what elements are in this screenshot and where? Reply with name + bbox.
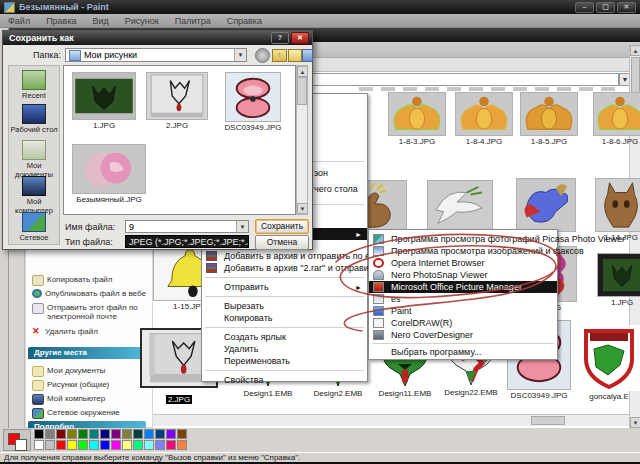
palette-color[interactable]	[166, 429, 176, 439]
context-menu-create-shortcut[interactable]: Создать ярлык	[202, 331, 367, 343]
palette-color[interactable]	[155, 429, 165, 439]
file-thumbnail[interactable]: 1-8-6.JPG	[591, 92, 640, 146]
open-with-nero-photosnap[interactable]: Nero PhotoSnap Viewer	[369, 269, 557, 281]
menu-edit[interactable]: Правка	[38, 16, 84, 26]
context-menu-rar-email[interactable]: Добавить в архив и отправить по e-mail..…	[202, 250, 367, 262]
palette-color[interactable]	[122, 429, 132, 439]
palette-color[interactable]	[177, 440, 187, 450]
up-folder-icon[interactable]: ↑	[272, 49, 287, 62]
dialog-list-scrollbar[interactable]: ▲ ▼	[296, 65, 308, 215]
palette-color[interactable]	[67, 429, 77, 439]
palette-color[interactable]	[56, 429, 66, 439]
place-my-documents[interactable]: Мои документы	[32, 366, 150, 377]
save-button[interactable]: Сохранить	[255, 219, 309, 234]
minimize-button[interactable]: –	[575, 2, 594, 13]
views-icon[interactable]	[302, 49, 313, 62]
file-thumbnail[interactable]: goncalya.E	[576, 325, 640, 401]
palette-color[interactable]	[56, 440, 66, 450]
context-menu-rename[interactable]: Переименовать	[202, 355, 367, 367]
context-menu-send-to[interactable]: Отправить ►	[202, 281, 367, 293]
close-button[interactable]: ✕	[617, 2, 636, 13]
place-network[interactable]: Сетевое окружение	[32, 408, 150, 419]
file-thumbnail[interactable]: 1-8-4.JPG	[453, 92, 515, 146]
menu-help[interactable]: Справка	[219, 16, 270, 26]
place-recent[interactable]: Recent	[9, 70, 59, 100]
task-delete-file[interactable]: ✕ Удалить файл	[32, 327, 150, 336]
palette-color[interactable]	[111, 429, 121, 439]
scroll-down-icon[interactable]: ▼	[630, 417, 640, 428]
task-email-file[interactable]: Отправить этот файл по электронной почте	[32, 303, 150, 321]
dropdown-arrow-icon[interactable]: ▼	[234, 49, 246, 61]
dialog-file-thumbnail[interactable]: 2.JPG	[144, 72, 210, 130]
place-my-computer[interactable]: Мой компьютер	[32, 394, 150, 405]
palette-color[interactable]	[122, 440, 132, 450]
palette-color[interactable]	[34, 440, 44, 450]
palette-color[interactable]	[177, 429, 187, 439]
task-copy-file[interactable]: Копировать файл	[32, 275, 150, 286]
scrollbar-thumb[interactable]	[297, 77, 307, 105]
cancel-button[interactable]: Отмена	[255, 235, 309, 250]
open-with-opera[interactable]: Opera Internet Browser	[369, 257, 557, 269]
place-shared-pictures[interactable]: Рисунки (общие)	[32, 380, 150, 391]
back-icon[interactable]	[255, 48, 270, 63]
dropdown-arrow-icon[interactable]: ▼	[236, 221, 248, 232]
paint-titlebar[interactable]: Безымянный - Paint – ▢ ✕	[0, 0, 640, 14]
dialog-titlebar[interactable]: Сохранить как ? ✕	[3, 31, 312, 45]
open-with-es[interactable]: es	[369, 293, 557, 305]
file-thumbnail[interactable]	[425, 180, 495, 233]
open-with-coreldraw[interactable]: CorelDRAW(R)	[369, 317, 557, 329]
dialog-close-button[interactable]: ✕	[291, 32, 309, 44]
hscrollbar-thumb[interactable]	[531, 416, 565, 425]
context-menu-item-fragment[interactable]: чего стола	[314, 184, 358, 194]
maximize-button[interactable]: ▢	[596, 2, 615, 13]
task-publish-web[interactable]: Опубликовать файл в вебе	[32, 289, 150, 298]
file-thumbnail[interactable]: 1-8-3.JPG	[386, 92, 448, 146]
palette-color[interactable]	[78, 429, 88, 439]
open-with-paint[interactable]: Paint	[369, 305, 557, 317]
menu-file[interactable]: Файл	[0, 16, 38, 26]
context-menu-rar2-email[interactable]: Добавить в архив "2.rar" и отправить по …	[202, 262, 367, 274]
filetype-combobox[interactable]: JPEG (*.JPG;*.JPEG;*.JPE;*.JFIF) ▼	[125, 235, 249, 248]
palette-color[interactable]	[89, 429, 99, 439]
palette-color[interactable]	[78, 440, 88, 450]
filename-input[interactable]: 9 ▼	[125, 220, 249, 233]
open-with-ms-picture-manager[interactable]: Microsoft Office Picture Manager	[369, 281, 557, 293]
menu-image[interactable]: Рисунок	[117, 16, 167, 26]
palette-color[interactable]	[144, 429, 154, 439]
dialog-file-thumbnail[interactable]: 1.JPG	[70, 72, 138, 130]
palette-color[interactable]	[166, 440, 176, 450]
open-with-fax-viewer[interactable]: Программа просмотра изображений и факсов	[369, 245, 557, 257]
place-my-documents[interactable]: Мои документы	[9, 140, 59, 179]
menu-view[interactable]: Вид	[85, 16, 117, 26]
context-menu-copy[interactable]: Копировать	[202, 312, 367, 324]
palette-color[interactable]	[133, 440, 143, 450]
context-menu-cut[interactable]: Вырезать	[202, 300, 367, 312]
palette-color[interactable]	[67, 440, 77, 450]
scroll-up-icon[interactable]: ▲	[297, 66, 308, 77]
palette-color[interactable]	[34, 429, 44, 439]
palette-color[interactable]	[100, 429, 110, 439]
context-menu-item-fragment[interactable]: зон	[314, 168, 328, 178]
file-thumbnail[interactable]: 1.JPG	[595, 253, 640, 307]
explorer-horizontal-scrollbar[interactable]: ◄	[101, 414, 629, 426]
menu-palette[interactable]: Палитра	[167, 16, 219, 26]
new-folder-icon[interactable]	[288, 49, 302, 62]
open-with-choose-program[interactable]: Выбрать программу...	[369, 346, 557, 358]
palette-color[interactable]	[89, 440, 99, 450]
scroll-up-icon[interactable]: ▲	[630, 45, 640, 56]
folder-combobox[interactable]: Мои рисунки ▼	[65, 48, 247, 62]
open-with-picasa[interactable]: Программа просмотра фотографий Picasa Ph…	[369, 233, 557, 245]
place-my-computer[interactable]: Мой компьютер	[9, 176, 59, 215]
other-places-header[interactable]: Другие места	[28, 347, 146, 359]
palette-color[interactable]	[45, 440, 55, 450]
context-menu-properties[interactable]: Свойства	[202, 374, 367, 386]
palette-color[interactable]	[133, 429, 143, 439]
palette-color[interactable]	[100, 440, 110, 450]
file-thumbnail[interactable]: 1-14.JPG	[593, 178, 640, 242]
open-with-nero-coverdesigner[interactable]: Nero CoverDesigner	[369, 329, 557, 341]
palette-color[interactable]	[111, 440, 121, 450]
dialog-file-thumbnail[interactable]: Безымянный.JPG	[70, 144, 148, 204]
help-button[interactable]: ?	[271, 32, 289, 44]
file-thumbnail[interactable]: 1-8-5.JPG	[518, 92, 580, 146]
place-network[interactable]: Сетевое	[9, 212, 59, 242]
